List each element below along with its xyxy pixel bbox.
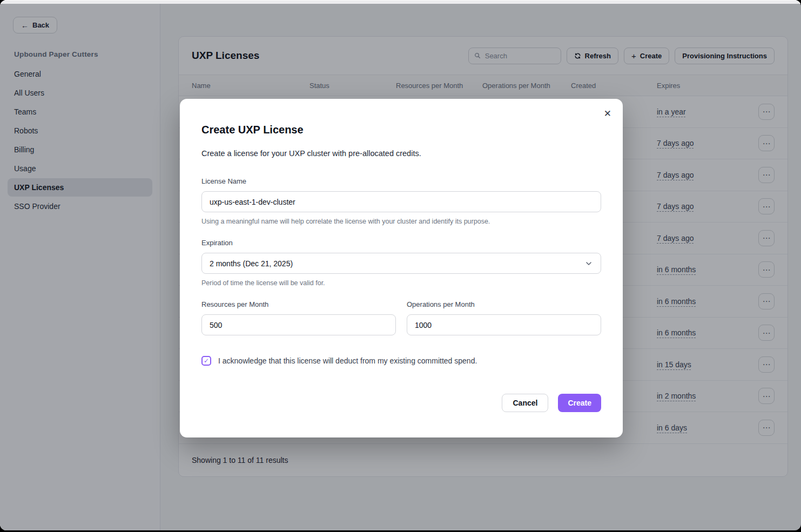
operations-field-group: Operations per Month	[407, 300, 601, 335]
resources-field[interactable]	[201, 314, 396, 335]
modal-create-button[interactable]: Create	[558, 394, 601, 412]
expiration-selected-value: 2 months (Dec 21, 2025)	[210, 259, 293, 268]
operations-label: Operations per Month	[407, 300, 601, 309]
license-name-label: License Name	[201, 177, 601, 186]
expiration-label: Expiration	[201, 239, 601, 247]
acknowledge-label: I acknowledge that this license will ded…	[218, 356, 477, 365]
acknowledge-checkbox[interactable]: ✓	[201, 356, 211, 366]
modal-actions: Cancel Create	[201, 394, 601, 412]
close-icon[interactable]: ✕	[602, 106, 614, 122]
acknowledge-row: ✓ I acknowledge that this license will d…	[201, 356, 601, 366]
window-top-strip	[0, 0, 801, 4]
license-name-help: Using a meaningful name will help correl…	[201, 217, 601, 226]
expiration-select[interactable]: 2 months (Dec 21, 2025)	[201, 253, 601, 274]
resources-field-group: Resources per Month	[201, 300, 396, 335]
resources-label: Resources per Month	[201, 300, 396, 309]
expiration-help: Period of time the license will be valid…	[201, 279, 601, 287]
app-window: ← Back Upbound Paper Cutters GeneralAll …	[0, 0, 801, 530]
modal-description: Create a license for your UXP cluster wi…	[201, 148, 601, 159]
chevron-down-icon	[584, 259, 593, 268]
check-icon: ✓	[204, 358, 209, 364]
credits-fields-row: Resources per Month Operations per Month	[201, 300, 601, 335]
modal-title: Create UXP License	[201, 122, 601, 137]
cancel-button[interactable]: Cancel	[502, 394, 548, 412]
operations-field[interactable]	[407, 314, 601, 335]
create-license-modal: ✕ Create UXP License Create a license fo…	[180, 99, 623, 437]
license-name-field[interactable]	[201, 191, 601, 212]
